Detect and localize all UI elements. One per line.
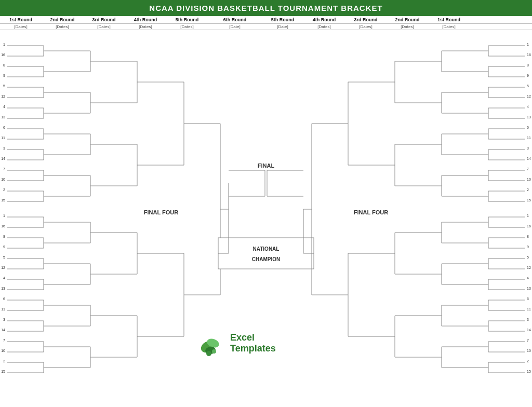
svg-text:16: 16 — [1, 224, 5, 228]
svg-text:12: 12 — [1, 266, 5, 269]
svg-text:4: 4 — [527, 105, 529, 108]
round-label-1st-right: 1st Round — [428, 16, 470, 23]
svg-text:14: 14 — [1, 157, 5, 160]
date-2nd-right: [Dates] — [387, 24, 428, 30]
date-1st-left: [Dates] — [0, 24, 42, 30]
svg-text:14: 14 — [527, 157, 531, 160]
svg-text:6: 6 — [527, 297, 529, 301]
round-label-3rd-left: 3rd Round — [83, 16, 125, 23]
svg-text:10: 10 — [1, 178, 5, 181]
svg-text:6: 6 — [527, 126, 529, 129]
svg-text:FINAL FOUR: FINAL FOUR — [354, 209, 388, 215]
round-label-5th-left: 5th Round — [166, 16, 208, 23]
svg-text:7: 7 — [527, 167, 529, 171]
round-label-6th: 6th Round — [208, 16, 262, 23]
rounds-header: 1st Round 2nd Round 3rd Round 4th Round … — [0, 16, 532, 24]
svg-text:16: 16 — [527, 224, 531, 228]
svg-text:13: 13 — [1, 115, 5, 119]
svg-text:6: 6 — [3, 297, 5, 301]
svg-text:4: 4 — [527, 276, 529, 280]
svg-text:2: 2 — [527, 188, 529, 192]
svg-text:5: 5 — [3, 255, 5, 259]
svg-text:15: 15 — [527, 198, 531, 202]
date-6th: [Date] — [208, 24, 262, 30]
svg-text:3: 3 — [527, 146, 529, 150]
svg-text:7: 7 — [3, 338, 5, 342]
bracket-area: .slot { stroke:#888; stroke-width:1; fil… — [0, 30, 532, 373]
svg-text:11: 11 — [1, 136, 5, 140]
svg-text:8: 8 — [3, 63, 5, 67]
round-label-1st-left: 1st Round — [0, 16, 42, 23]
header-bar: NCAA DIVISION BASKETBALL TOURNAMENT BRAC… — [0, 0, 532, 16]
round-label-3rd-right: 3rd Round — [345, 16, 387, 23]
svg-text:6: 6 — [3, 126, 5, 129]
svg-text:7: 7 — [527, 338, 529, 342]
svg-text:5: 5 — [527, 255, 529, 259]
svg-text:1: 1 — [527, 43, 529, 46]
svg-text:15: 15 — [527, 370, 531, 373]
templates-label: Templates — [230, 343, 276, 354]
svg-text:15: 15 — [1, 370, 5, 373]
svg-text:10: 10 — [527, 349, 531, 352]
svg-text:2: 2 — [3, 359, 5, 363]
svg-text:15: 15 — [1, 198, 5, 202]
round-label-4th-left: 4th Round — [125, 16, 166, 23]
svg-text:11: 11 — [527, 307, 531, 311]
page-title: NCAA DIVISION BASKETBALL TOURNAMENT BRAC… — [149, 4, 382, 12]
svg-text:2: 2 — [527, 359, 529, 363]
svg-text:5: 5 — [527, 84, 529, 88]
round-label-4th-right: 4th Round — [303, 16, 345, 23]
svg-text:FINAL FOUR: FINAL FOUR — [144, 209, 178, 215]
svg-text:7: 7 — [3, 167, 5, 171]
bracket-svg: .slot { stroke:#888; stroke-width:1; fil… — [0, 30, 532, 373]
date-1st-right: [Dates] — [428, 24, 470, 30]
svg-text:8: 8 — [3, 235, 5, 238]
svg-text:12: 12 — [527, 94, 531, 98]
watermark-text: Excel Templates — [230, 332, 276, 354]
svg-text:2: 2 — [3, 188, 5, 192]
date-3rd-right: [Dates] — [345, 24, 387, 30]
svg-text:5: 5 — [3, 84, 5, 88]
page-wrapper: NCAA DIVISION BASKETBALL TOURNAMENT BRAC… — [0, 0, 532, 373]
svg-text:14: 14 — [527, 328, 531, 332]
svg-text:3: 3 — [3, 146, 5, 150]
round-label-5th-right: 5th Round — [262, 16, 303, 23]
date-3rd-left: [Dates] — [83, 24, 125, 30]
svg-text:8: 8 — [527, 63, 529, 67]
svg-text:11: 11 — [1, 307, 5, 311]
svg-text:4: 4 — [3, 276, 5, 280]
svg-text:14: 14 — [1, 328, 5, 332]
svg-text:8: 8 — [527, 235, 529, 238]
excel-label: Excel — [230, 332, 276, 343]
date-4th-left: [Dates] — [125, 24, 166, 30]
round-label-2nd-right: 2nd Round — [387, 16, 428, 23]
svg-text:13: 13 — [527, 115, 531, 119]
svg-point-333 — [212, 349, 216, 354]
svg-text:9: 9 — [3, 245, 5, 249]
svg-point-332 — [206, 351, 211, 356]
svg-text:3: 3 — [3, 318, 5, 321]
svg-text:1: 1 — [3, 43, 5, 46]
svg-rect-159 — [218, 238, 314, 269]
excel-logo-icon — [197, 329, 226, 357]
round-label-2nd-left: 2nd Round — [42, 16, 83, 23]
dates-header: [Dates] [Dates] [Dates] [Dates] [Dates] … — [0, 24, 532, 30]
date-4th-right: [Dates] — [303, 24, 345, 30]
svg-text:10: 10 — [1, 349, 5, 352]
svg-text:11: 11 — [527, 136, 531, 140]
watermark: Excel Templates — [197, 329, 276, 357]
svg-text:13: 13 — [527, 287, 531, 290]
svg-text:10: 10 — [527, 178, 531, 181]
svg-text:9: 9 — [3, 74, 5, 77]
svg-text:1: 1 — [527, 214, 529, 218]
svg-text:1: 1 — [3, 214, 5, 218]
date-5th-right: [Date] — [262, 24, 303, 30]
svg-text:NATIONAL: NATIONAL — [253, 246, 280, 252]
date-2nd-left: [Dates] — [42, 24, 83, 30]
svg-text:12: 12 — [1, 94, 5, 98]
date-5th-left: [Dates] — [166, 24, 208, 30]
svg-text:9: 9 — [527, 245, 529, 249]
svg-text:4: 4 — [3, 105, 5, 108]
svg-text:3: 3 — [527, 318, 529, 321]
svg-text:12: 12 — [527, 266, 531, 269]
